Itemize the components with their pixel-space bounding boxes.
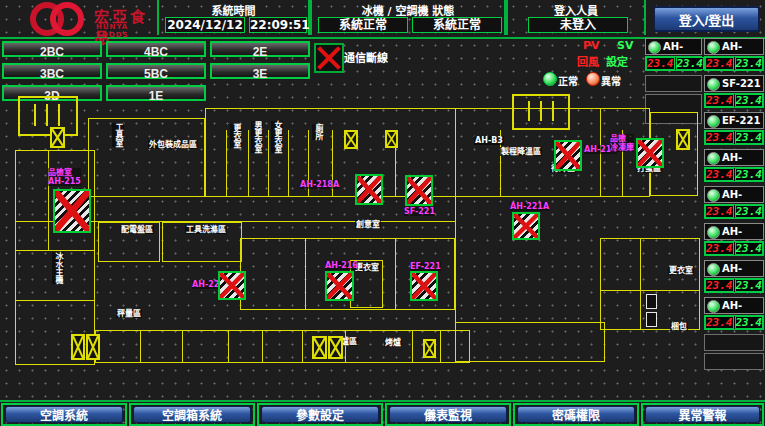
status-led-icon: [707, 263, 720, 276]
floor-button-3e[interactable]: 3E: [210, 63, 310, 79]
system-clock-value: 22:09:51: [249, 17, 307, 33]
equipment-ah-221a-values: 23.4 23.4: [704, 56, 764, 71]
machine-status-label: 冰機 / 空調機 狀態: [312, 0, 504, 18]
equipment-ah-224-values: 23.4 23.4: [704, 241, 764, 256]
floor-button-5bc[interactable]: 5BC: [106, 63, 206, 79]
damper-icon: [385, 130, 398, 148]
damper-icon: [50, 127, 65, 148]
pv-value: 23.4: [705, 242, 734, 255]
pv-label: PV: [583, 39, 600, 52]
company-logo: 宏亞食品 HUNYA FOODS: [2, 1, 154, 35]
login-user-value: 未登入: [528, 17, 628, 33]
ahu-fan-icon-ah-216[interactable]: [325, 271, 354, 301]
nav-meter-monitor-button[interactable]: 儀表監視: [389, 406, 507, 423]
pv-value: 23.4: [705, 205, 734, 218]
equipment-sf-221-values: 23.4 23.4: [704, 93, 764, 108]
room-label: 更衣室: [230, 124, 242, 148]
room-label: 梱包: [670, 322, 688, 331]
floor-button-2e[interactable]: 2E: [210, 41, 310, 57]
nav-password-auth-button[interactable]: 密碼權限: [517, 406, 635, 423]
normal-led-icon: [543, 72, 557, 86]
footer-nav: 空調系統 空調箱系統 參數設定 儀表監視 密碼權限 異常警報: [0, 400, 765, 426]
system-date-value: 2024/12/12: [165, 17, 245, 33]
system-time-panel: 系統時間 2024/12/12 22:09:51: [157, 0, 310, 35]
equipment-ah-218b-values: 23.4 23.4: [704, 204, 764, 219]
nav-hvac-system-button[interactable]: 空調系統: [5, 406, 123, 423]
map-equipment-label-ah-221a: AH-221A: [510, 202, 549, 211]
equipment-sf-221[interactable]: SF-221: [704, 75, 764, 92]
sv-value: 23.4: [735, 242, 764, 255]
pv-value: 23.4: [705, 316, 734, 329]
floor-button-4bc[interactable]: 4BC: [106, 41, 206, 57]
equipment-ah-225-values: 23.4 23.4: [645, 56, 702, 71]
sv-label: SV: [617, 39, 633, 52]
floor-button-1e[interactable]: 1E: [106, 85, 206, 101]
header-bar: 宏亞食品 HUNYA FOODS 系統時間 2024/12/12 22:09:5…: [0, 0, 765, 39]
ahu-fan-icon-ef-221[interactable]: [410, 271, 438, 301]
system-time-label: 系統時間: [159, 0, 308, 18]
equipment-ef-221[interactable]: EF-221: [704, 112, 764, 129]
damper-icon: [344, 130, 358, 149]
equipment-empty-slot: [645, 75, 702, 92]
floor-button-2bc[interactable]: 2BC: [2, 41, 102, 57]
equipment-ef-221-values: 23.4 23.4: [704, 130, 764, 145]
ahu-status-value: 系統正常: [412, 17, 502, 33]
floor-button-3bc[interactable]: 3BC: [2, 63, 102, 79]
comm-fail-label: 通信斷線: [344, 49, 388, 65]
abnormal-label: 異常: [601, 73, 621, 88]
room-label: AH-B3: [474, 136, 504, 145]
pv-value: 23.4: [705, 94, 734, 107]
ahu-fan-icon-ah-221a[interactable]: [512, 212, 540, 240]
ahu-fan-icon-ah-224[interactable]: [218, 271, 246, 300]
sv-value: 23.4: [735, 316, 764, 329]
pv-desc-label: 回風: [577, 53, 599, 69]
equipment-ah-221a[interactable]: AH-221A: [704, 38, 764, 55]
ahu-fan-icon-cold-room[interactable]: [636, 138, 664, 168]
login-logout-button[interactable]: 登入/登出: [653, 6, 760, 32]
room-label: 烤爐: [384, 338, 402, 347]
machine-status-panel: 冰機 / 空調機 狀態 系統正常 系統正常: [310, 0, 506, 35]
room-label: 廁所: [312, 124, 324, 140]
ahu-fan-icon-ah-214[interactable]: [554, 140, 582, 171]
sv-value: 23.4: [735, 94, 764, 107]
nav-parameter-settings-button[interactable]: 參數設定: [261, 406, 379, 423]
hmi-screen: 宏亞食品 HUNYA FOODS 系統時間 2024/12/12 22:09:5…: [0, 0, 765, 426]
room-label: 創意室: [355, 220, 381, 229]
ahu-fan-icon-ah-218a[interactable]: [355, 174, 383, 205]
damper-icon: [86, 334, 100, 360]
status-led-icon: [707, 78, 720, 91]
damper-icon: [328, 336, 343, 359]
equipment-name: SF-221: [722, 78, 761, 89]
room-label: 工具洗滌區: [185, 225, 227, 234]
map-equipment-label-ah-218a: AH-218A: [300, 180, 339, 189]
sv-value: 23.4: [735, 168, 764, 181]
nav-alarm-button[interactable]: 異常警報: [645, 406, 760, 423]
status-led-icon: [707, 226, 720, 239]
normal-label: 正常: [558, 73, 578, 88]
machine-box: [646, 294, 657, 309]
map-equipment-label-sf-221: SF-221: [404, 207, 435, 216]
status-led-icon: [707, 115, 720, 128]
equipment-ah-225[interactable]: AH-225: [645, 38, 702, 55]
equipment-ah-216[interactable]: AH-216: [704, 260, 764, 277]
equipment-ah-218a[interactable]: AH-218A: [704, 149, 764, 166]
map-equipment-label-ah-215: 品檢室 AH-215: [48, 168, 81, 186]
logo-ring-icon: [50, 2, 84, 36]
status-led-icon: [707, 41, 720, 54]
pv-value: 23.4: [705, 131, 734, 144]
nav-ahu-system-button[interactable]: 空調箱系統: [133, 406, 251, 423]
equipment-name: EF-221: [722, 115, 760, 126]
equipment-ah-224[interactable]: AH-224: [704, 223, 764, 240]
logo-company-subtitle: HUNYA FOODS: [96, 23, 154, 39]
ahu-fan-icon-ah-215[interactable]: [53, 189, 91, 233]
ahu-fan-icon-sf-221[interactable]: [405, 175, 433, 206]
login-label: 登入人員: [508, 0, 644, 18]
sv-value: 23.4: [735, 57, 764, 70]
map-equipment-label-ef-221: EF-221: [410, 262, 441, 271]
stairs-icon: [18, 96, 78, 136]
equipment-ah-218b[interactable]: AH-218B: [704, 186, 764, 203]
equipment-ah-214[interactable]: AH-214: [704, 297, 764, 314]
damper-icon: [312, 336, 327, 359]
room-label: 配電盤區: [120, 225, 154, 234]
sv-value: 23.4: [735, 279, 764, 292]
